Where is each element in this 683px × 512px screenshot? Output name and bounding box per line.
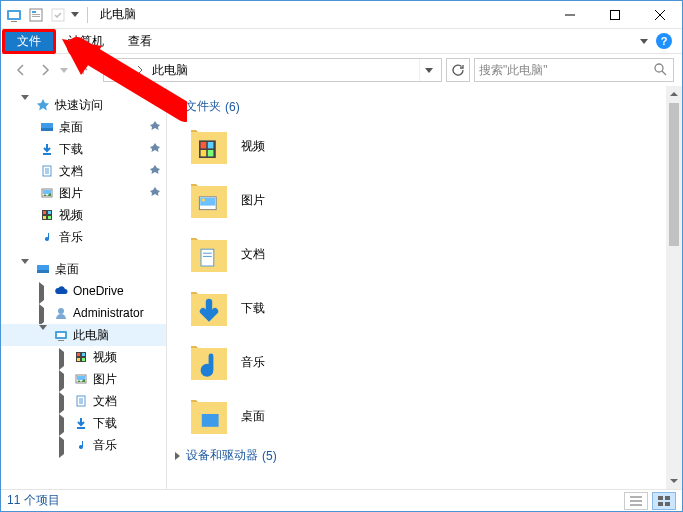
search-input[interactable] <box>479 63 653 77</box>
folder-item-pic[interactable]: 图片 <box>189 173 662 227</box>
quick-access-toolbar <box>1 6 92 24</box>
sidebar-item-pic[interactable]: 图片 <box>1 368 166 390</box>
content-inner[interactable]: 文件夹 (6) 视频 图片 文档 下载 音乐 桌面 设备 <box>167 86 682 489</box>
pic-icon <box>73 371 89 387</box>
scroll-down-button[interactable] <box>666 473 682 489</box>
qat-item-icon[interactable] <box>49 6 67 24</box>
folder-item-music[interactable]: 音乐 <box>189 335 662 389</box>
large-icons-view-button[interactable] <box>652 492 676 510</box>
svg-rect-14 <box>113 75 119 76</box>
tab-file[interactable]: 文件 <box>2 29 56 54</box>
svg-rect-35 <box>57 333 65 337</box>
folder-item-download[interactable]: 下载 <box>189 281 662 335</box>
download-folder-icon <box>189 288 229 328</box>
svg-rect-4 <box>32 11 36 13</box>
details-view-button[interactable] <box>624 492 648 510</box>
scroll-thumb[interactable] <box>669 103 679 246</box>
group-header-folders[interactable]: 文件夹 (6) <box>171 94 662 119</box>
sidebar-item-video[interactable]: 视频 <box>1 204 166 226</box>
close-button[interactable] <box>637 1 682 29</box>
sidebar-item-music[interactable]: 音乐 <box>1 434 166 456</box>
tab-file-label: 文件 <box>17 33 41 50</box>
sidebar: 快速访问 桌面 下载 文档 图片 视频 音乐 <box>1 86 166 489</box>
help-icon[interactable]: ? <box>656 33 672 49</box>
breadcrumb-current[interactable]: 此电脑 <box>152 62 419 79</box>
up-button[interactable] <box>71 58 95 82</box>
svg-rect-32 <box>37 270 49 273</box>
expand-icon[interactable] <box>175 452 180 460</box>
folder-item-doc[interactable]: 文档 <box>189 227 662 281</box>
sidebar-this-pc[interactable]: 此电脑 <box>1 324 166 346</box>
group-count: (6) <box>225 100 240 114</box>
sidebar-item-download[interactable]: 下载 <box>1 412 166 434</box>
svg-rect-27 <box>43 211 46 214</box>
pin-icon <box>150 121 160 133</box>
sidebar-item-label: 音乐 <box>93 437 117 454</box>
svg-point-33 <box>58 308 64 314</box>
svg-rect-53 <box>208 150 214 156</box>
forward-button[interactable] <box>33 58 57 82</box>
sidebar-item-doc[interactable]: 文档 <box>1 160 166 182</box>
folder-item-label: 图片 <box>241 192 265 209</box>
pin-icon <box>150 165 160 177</box>
svg-rect-57 <box>201 249 214 266</box>
folder-item-desktop[interactable]: 桌面 <box>189 389 662 443</box>
svg-rect-9 <box>610 10 619 19</box>
download-icon <box>39 141 55 157</box>
video-icon <box>39 207 55 223</box>
folder-item-video[interactable]: 视频 <box>189 119 662 173</box>
qat-dropdown-icon[interactable] <box>71 6 79 24</box>
svg-rect-66 <box>658 502 663 506</box>
recent-dropdown-icon[interactable] <box>57 58 71 82</box>
sidebar-desktop-root[interactable]: 桌面 <box>1 258 166 280</box>
ribbon-tabs: 文件 计算机 查看 ? <box>1 29 682 54</box>
address-bar[interactable]: 此电脑 <box>103 58 442 82</box>
group-label: 设备和驱动器 <box>186 447 258 464</box>
svg-rect-41 <box>82 358 85 361</box>
minimize-button[interactable] <box>547 1 592 29</box>
sidebar-quick-access[interactable]: 快速访问 <box>1 94 166 116</box>
desktop-folder-icon <box>189 396 229 436</box>
music-icon <box>73 437 89 453</box>
video-icon <box>73 349 89 365</box>
sidebar-label: 桌面 <box>55 261 79 278</box>
nav-row: 此电脑 <box>1 54 682 86</box>
svg-rect-60 <box>202 414 219 427</box>
tab-view[interactable]: 查看 <box>116 29 164 54</box>
maximize-button[interactable] <box>592 1 637 29</box>
status-count: 11 个项目 <box>7 492 60 509</box>
sidebar-item-download[interactable]: 下载 <box>1 138 166 160</box>
sidebar-user[interactable]: Administrator <box>1 302 166 324</box>
properties-icon[interactable] <box>27 6 45 24</box>
group-header-drives[interactable]: 设备和驱动器 (5) <box>171 443 662 468</box>
sidebar-item-label: 视频 <box>59 207 83 224</box>
sidebar-label: Administrator <box>73 306 144 320</box>
address-dropdown-icon[interactable] <box>419 59 437 81</box>
sidebar-item-pic[interactable]: 图片 <box>1 182 166 204</box>
search-box[interactable] <box>474 58 674 82</box>
app-icon <box>5 6 23 24</box>
sidebar-item-doc[interactable]: 文档 <box>1 390 166 412</box>
svg-rect-36 <box>58 340 64 341</box>
svg-rect-51 <box>208 142 214 148</box>
ribbon-collapse-icon[interactable] <box>640 39 648 44</box>
svg-rect-67 <box>665 502 670 506</box>
collapse-icon[interactable] <box>173 104 181 110</box>
tab-computer[interactable]: 计算机 <box>56 29 116 54</box>
refresh-button[interactable] <box>446 58 470 82</box>
scroll-up-button[interactable] <box>666 86 682 102</box>
window-title: 此电脑 <box>100 6 136 23</box>
download-icon <box>73 415 89 431</box>
sidebar-item-desktop[interactable]: 桌面 <box>1 116 166 138</box>
vertical-scrollbar[interactable] <box>666 86 682 489</box>
sidebar-item-music[interactable]: 音乐 <box>1 226 166 248</box>
sidebar-item-video[interactable]: 视频 <box>1 346 166 368</box>
sidebar-item-label: 桌面 <box>59 119 83 136</box>
search-icon[interactable] <box>653 62 669 78</box>
svg-rect-18 <box>41 128 53 131</box>
sidebar-onedrive[interactable]: OneDrive <box>1 280 166 302</box>
title-bar: 此电脑 <box>1 1 682 29</box>
back-button[interactable] <box>9 58 33 82</box>
svg-line-16 <box>662 71 666 75</box>
chevron-right-icon[interactable] <box>130 60 150 80</box>
